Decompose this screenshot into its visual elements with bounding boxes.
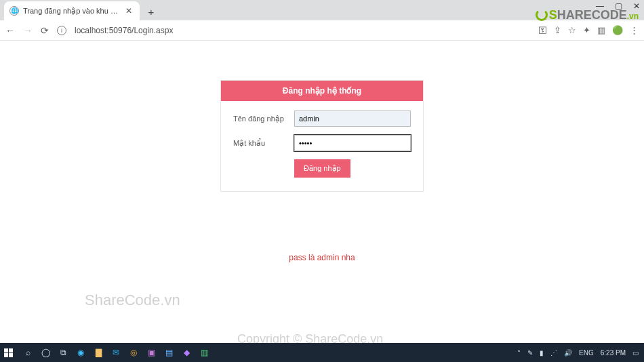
cortana-icon[interactable]: ◯	[39, 348, 52, 357]
vs-icon[interactable]: ◆	[180, 348, 193, 357]
forward-icon[interactable]: →	[23, 25, 33, 36]
window-maximize-icon[interactable]: ▢	[615, 1, 622, 11]
share-icon[interactable]: ⇪	[554, 25, 561, 35]
tray-notifications-icon[interactable]: ▭	[632, 349, 639, 357]
page-content: Đăng nhập hệ thống Tên đăng nhập Mật khẩ…	[0, 46, 644, 343]
password-hint: pass là admin nha	[0, 253, 644, 262]
app-icon-1[interactable]: ▣	[145, 348, 157, 357]
key-icon[interactable]: ⚿	[538, 25, 547, 35]
url-field[interactable]: localhost:50976/Login.aspx	[75, 26, 530, 35]
globe-icon: 🌐	[9, 6, 19, 16]
tray-volume-icon[interactable]: 🔊	[564, 349, 572, 357]
reload-icon[interactable]: ⟳	[41, 25, 49, 36]
tray-battery-icon[interactable]: ▮	[540, 349, 544, 357]
address-bar: ← → ⟳ i localhost:50976/Login.aspx ⚿ ⇪ ☆…	[0, 20, 644, 41]
star-icon[interactable]: ☆	[568, 25, 576, 35]
site-info-icon[interactable]: i	[57, 26, 66, 35]
password-input[interactable]	[294, 135, 411, 151]
back-icon[interactable]: ←	[5, 25, 15, 36]
window-close-icon[interactable]: ✕	[633, 1, 640, 11]
search-icon[interactable]: ⌕	[22, 348, 34, 357]
tray-pen-icon[interactable]: ✎	[527, 349, 533, 357]
extension-icon[interactable]: ✦	[583, 25, 590, 35]
password-label: Mật khẩu	[233, 139, 287, 148]
start-button[interactable]	[4, 348, 16, 357]
tray-up-icon[interactable]: ˄	[517, 349, 521, 357]
reader-icon[interactable]: ▥	[597, 25, 605, 35]
windows-icon	[4, 348, 16, 357]
close-icon[interactable]: ✕	[123, 6, 134, 16]
username-input[interactable]	[294, 110, 411, 127]
explorer-icon[interactable]: ▇	[92, 348, 104, 357]
tray-clock[interactable]: 6:23 PM	[601, 349, 626, 357]
browser-tab-strip: 🌐 Trang đăng nhập vào khu vực qu ✕ + — ▢…	[0, 0, 644, 20]
tab-title: Trang đăng nhập vào khu vực qu	[23, 7, 119, 16]
task-view-icon[interactable]: ⧉	[57, 348, 69, 357]
tray-wifi-icon[interactable]: ⋰	[550, 349, 557, 357]
url-text: localhost:50976/Login.aspx	[75, 26, 173, 35]
window-minimize-icon[interactable]: —	[596, 1, 604, 11]
avatar-icon[interactable]: 🟢	[612, 25, 623, 35]
new-tab-button[interactable]: +	[142, 3, 160, 20]
app-icon-3[interactable]: ▥	[198, 348, 210, 357]
mail-icon[interactable]: ✉	[110, 348, 122, 357]
login-button[interactable]: Đăng nhập	[294, 159, 350, 178]
chrome-icon[interactable]: ◎	[127, 348, 140, 357]
edge-icon[interactable]: ◉	[75, 348, 87, 357]
menu-icon[interactable]: ⋮	[630, 25, 639, 35]
login-header: Đăng nhập hệ thống	[221, 81, 423, 101]
taskbar: ⌕ ◯ ⧉ ◉ ▇ ✉ ◎ ▣ ▤ ◆ ▥ ˄ ✎ ▮ ⋰ 🔊 ENG 6:23…	[0, 343, 644, 362]
app-icon-2[interactable]: ▤	[163, 348, 175, 357]
username-label: Tên đăng nhập	[233, 115, 287, 123]
login-card: Đăng nhập hệ thống Tên đăng nhập Mật khẩ…	[220, 80, 424, 192]
tray-lang[interactable]: ENG	[579, 349, 594, 357]
browser-tab-active[interactable]: 🌐 Trang đăng nhập vào khu vực qu ✕	[4, 1, 140, 20]
